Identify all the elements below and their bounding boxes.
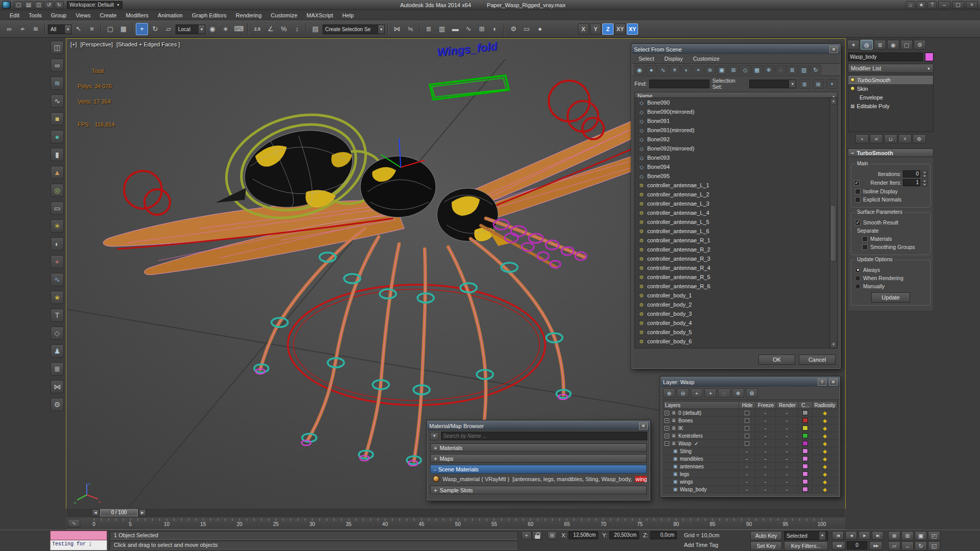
add-time-tag[interactable]: Add Time Tag	[684, 541, 718, 549]
radiosity-icon[interactable]: ◆	[823, 479, 827, 485]
always-radio[interactable]	[855, 267, 861, 273]
select-by-name-icon[interactable]: ≡	[86, 23, 98, 35]
scroll-up-icon[interactable]: ▲	[830, 98, 837, 105]
window-crossing-toggle-icon[interactable]: ▦	[117, 23, 130, 35]
select-and-rotate-icon[interactable]: ↻	[149, 23, 161, 35]
unlink-selection-icon[interactable]: ≁	[16, 23, 29, 35]
axis-constraint-xy-button[interactable]: XY	[627, 23, 638, 35]
scene-object-row[interactable]: ⚙controller_body_4	[635, 318, 829, 328]
radiosity-icon[interactable]: ◆	[823, 410, 827, 416]
object-color-swatch[interactable]	[925, 53, 934, 61]
ok-button[interactable]: OK	[758, 355, 795, 365]
selection-lock-toggle-icon[interactable]	[532, 531, 542, 540]
schematic-view-icon[interactable]: ⊞	[476, 23, 488, 35]
scene-object-row[interactable]: ◇Bone091(mirrored)	[635, 126, 829, 135]
auto-key-button[interactable]: Auto Key	[750, 531, 782, 540]
tab-display-icon[interactable]: ▢	[900, 40, 913, 49]
time-slider-thumb[interactable]: 0 / 100	[100, 509, 138, 516]
menu-create[interactable]: Create	[95, 11, 121, 19]
scene-object-list[interactable]: ◇Bone090◇Bone090(mirrored)◇Bone091◇Bone0…	[634, 97, 838, 348]
use-pivot-point-center-icon[interactable]: ◉	[206, 23, 218, 35]
menu-graph-editors[interactable]: Graph Editors	[187, 11, 231, 19]
scene-object-row[interactable]: ⚙controller_antennae_R_2	[635, 245, 829, 254]
select-and-move-icon[interactable]: +	[136, 23, 148, 35]
layer-row-wasp-body[interactable]: ▣Wasp_body---◆	[663, 486, 838, 493]
scrollbar-thumb[interactable]	[830, 205, 837, 261]
toggle-scene-explorer-icon[interactable]: ≣	[423, 23, 435, 35]
freeze-toggle-icon[interactable]: ❄	[732, 388, 744, 398]
favorites-icon[interactable]: ★	[917, 1, 926, 9]
expand-icon[interactable]: +	[665, 434, 669, 438]
hide-toggle[interactable]	[745, 426, 749, 431]
chain-link-icon[interactable]: ∞	[51, 59, 64, 72]
zoom-extents-icon[interactable]: ▣	[915, 531, 927, 540]
layer-row-wasp[interactable]: −≣Wasp✓--◆	[663, 440, 838, 447]
hide-toggle[interactable]	[745, 434, 749, 438]
spinner-snap-toggle-icon[interactable]: ↕	[291, 23, 303, 35]
column-header-c[interactable]: C...	[799, 402, 813, 409]
scene-object-row[interactable]: ◇Bone092(mirrored)	[635, 144, 829, 153]
search-filter-icon[interactable]: ▼	[430, 432, 439, 440]
materials-checkbox[interactable]	[862, 236, 868, 242]
communication-center-icon[interactable]: ⌂	[906, 1, 915, 9]
toggle-layer-explorer-icon[interactable]: ▥	[436, 23, 448, 35]
go-to-end-button[interactable]: ▶|	[872, 531, 884, 540]
scene-object-row[interactable]: ⚙controller_antennae_L_6	[635, 227, 829, 236]
scene-object-row[interactable]: ⚙controller_antennae_L_4	[635, 208, 829, 217]
viewport-pov-menu[interactable]: [Perspective]	[81, 41, 113, 47]
scene-object-row[interactable]: ◇Bone092	[635, 135, 829, 144]
open-file-icon[interactable]: ▤	[24, 1, 33, 9]
configure-modifier-sets-icon[interactable]: ⚙	[913, 134, 926, 143]
layers-icon[interactable]: ≣	[51, 362, 64, 375]
biped-icon[interactable]: ♟	[51, 344, 64, 358]
rectangular-selection-region-icon[interactable]: ▢	[104, 23, 116, 35]
close-button[interactable]: ×	[966, 1, 978, 9]
display-helpers-icon[interactable]: ⌖	[693, 65, 704, 74]
select-layer-objects-icon[interactable]: ⌖	[704, 388, 717, 398]
viewport-shading-menu[interactable]: [Shaded + Edged Faces ]	[116, 41, 180, 47]
material-browser-titlebar[interactable]: Material/Map Browser ✕	[427, 421, 650, 431]
close-icon[interactable]: ✕	[829, 379, 838, 386]
scene-object-row[interactable]: ⚙controller_body_5	[635, 328, 829, 337]
pin-stack-icon[interactable]: ▪	[855, 134, 869, 143]
named-selection-sets-dropdown[interactable]: Create Selection Se▼	[323, 24, 385, 34]
reference-coordinate-dropdown[interactable]: Local▼	[176, 24, 205, 34]
column-header-layers[interactable]: Layers	[664, 402, 739, 409]
wave-bind-icon[interactable]: ≋	[51, 77, 64, 90]
scene-object-row[interactable]: ⚙controller_body_3	[635, 309, 829, 318]
display-cameras-icon[interactable]: ◐	[681, 65, 692, 74]
sync-selection-icon[interactable]: ↻	[810, 65, 821, 74]
manually-radio[interactable]	[855, 284, 861, 289]
material-editor-icon[interactable]: ◐	[489, 23, 501, 35]
layer-color-swatch[interactable]	[802, 448, 808, 454]
scene-object-row[interactable]: ⚙controller_antennae_L_5	[635, 217, 829, 227]
scene-object-row[interactable]: ⚙controller_antennae_R_3	[635, 254, 829, 263]
star-shape-icon[interactable]: ★	[51, 291, 64, 304]
orbit-icon[interactable]: ↻	[915, 541, 927, 550]
scene-object-row[interactable]: ◇Bone094	[635, 162, 829, 171]
display-groups-icon[interactable]: ▣	[716, 65, 727, 74]
cone-primitive-icon[interactable]: ▲	[51, 166, 64, 179]
tab-create-icon[interactable]: ✦	[847, 40, 860, 49]
menu-views[interactable]: Views	[71, 11, 95, 19]
selection-set-key-dropdown[interactable]: Selected▼	[784, 531, 828, 540]
spinner-arrows[interactable]: ▲▼	[922, 179, 927, 186]
axis-constraint-z-button[interactable]: Z	[602, 23, 614, 35]
layer-color-swatch[interactable]	[802, 441, 808, 446]
menu-animation[interactable]: Animation	[153, 11, 187, 19]
select-and-link-icon[interactable]: ∞	[3, 23, 15, 35]
box-primitive-icon[interactable]: ■	[51, 112, 64, 126]
listener-line[interactable]: Testing for ;	[50, 540, 107, 550]
hide-toggle[interactable]	[745, 411, 749, 415]
expand-icon[interactable]: +	[665, 418, 669, 423]
track-bar[interactable]: ∿ 05101520253035404550556065707580859095…	[66, 517, 845, 530]
add-selection-to-layer-icon[interactable]: +	[691, 388, 703, 398]
zoom-region-icon[interactable]: ◰	[928, 531, 940, 540]
modifier-stack-skin[interactable]: Skin	[848, 84, 933, 93]
display-hidden-icon[interactable]: ◌	[775, 65, 786, 74]
pan-view-icon[interactable]: ↔	[901, 541, 914, 550]
select-dialog-menu-display[interactable]: Display	[660, 55, 688, 62]
smooth-result-checkbox[interactable]: ✓	[855, 220, 861, 226]
scene-object-row[interactable]: ◇Bone090	[635, 98, 829, 107]
create-new-layer-icon[interactable]: ⊕	[663, 388, 675, 398]
